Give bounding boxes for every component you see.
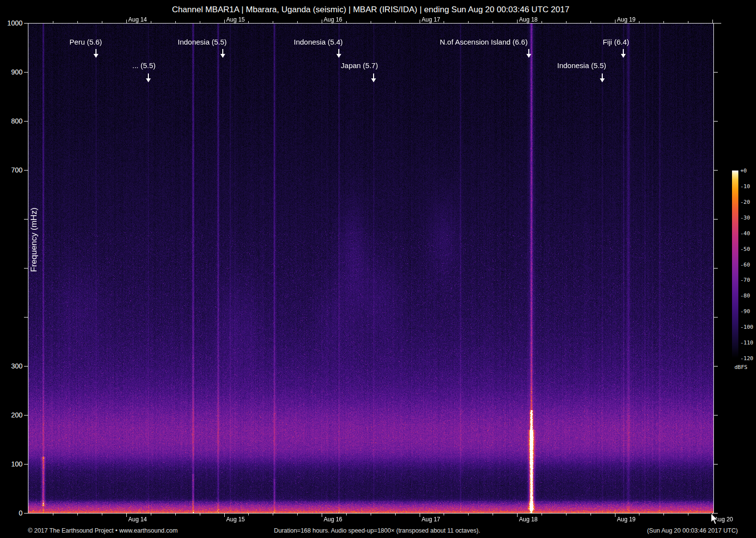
event-arrow-icon — [338, 49, 339, 54]
x-minor-tick-top — [468, 21, 469, 23]
colorbar-tick-label: -40 — [740, 230, 750, 237]
colorbar-tick-label: -30 — [740, 215, 750, 221]
x-minor-tick-bottom — [151, 514, 151, 515]
x-major-tick-bottom — [126, 514, 127, 517]
x-minor-tick-bottom — [200, 514, 200, 515]
x-minor-tick-top — [639, 21, 639, 23]
x-minor-tick-top — [542, 21, 542, 23]
x-minor-tick-bottom — [663, 514, 664, 515]
x-tick-label-bottom: Aug 14 — [128, 516, 147, 523]
footer-copyright: © 2017 The Earthsound Project • www.eart… — [28, 527, 178, 534]
x-minor-tick-bottom — [371, 514, 371, 515]
spectrogram-heatmap — [28, 23, 713, 513]
x-minor-tick-bottom — [297, 514, 298, 515]
event-annotation-label: Indonesia (5.5) — [557, 61, 606, 70]
y-tick-label: 0 — [2, 509, 23, 517]
event-annotation-label: N.of Ascension Island (6.6) — [440, 38, 527, 46]
x-axis-top-line — [28, 23, 721, 24]
event-annotation-label: ... (5.5) — [132, 61, 156, 70]
screenshot-root: Channel MBAR1A | Mbarara, Uganda (seismi… — [0, 0, 756, 538]
y-tick-left — [24, 121, 28, 122]
x-minor-tick-bottom — [53, 514, 53, 515]
x-minor-tick-bottom — [273, 514, 273, 515]
event-arrow-icon — [222, 49, 223, 54]
x-tick-label-top: Aug 17 — [422, 16, 440, 23]
colorbar-tick-label: -60 — [740, 262, 750, 268]
x-tick-label-bottom: Aug 19 — [617, 516, 636, 523]
x-minor-tick-top — [395, 21, 396, 23]
x-tick-label-bottom: Aug 15 — [226, 516, 245, 523]
event-arrow-head-icon — [600, 78, 605, 82]
y-tick-left — [24, 464, 28, 465]
x-major-tick-bottom — [322, 514, 322, 517]
x-minor-tick-bottom — [444, 514, 444, 515]
x-major-tick-top — [322, 20, 322, 23]
event-arrow-head-icon — [526, 54, 531, 58]
y-tick-left — [24, 170, 28, 171]
mouse-cursor-icon — [710, 513, 718, 525]
event-annotation-label: Peru (5.6) — [70, 38, 102, 46]
y-tick-right — [714, 317, 718, 318]
event-arrow-icon — [148, 73, 149, 78]
y-tick-left — [24, 317, 28, 318]
event-arrow-icon — [528, 49, 529, 54]
y-tick-left — [24, 366, 28, 367]
x-minor-tick-bottom — [639, 514, 639, 515]
y-tick-right — [714, 415, 718, 416]
y-tick-right — [714, 72, 718, 73]
x-minor-tick-top — [346, 21, 347, 23]
x-minor-tick-top — [688, 21, 688, 23]
y-tick-left — [24, 513, 28, 514]
x-minor-tick-top — [591, 21, 591, 23]
x-tick-label-bottom: Aug 17 — [422, 516, 440, 523]
y-axis-label: Frequency (mHz) — [29, 208, 39, 272]
colorbar-tick-label: -10 — [740, 183, 750, 190]
colorbar-tick-label: -50 — [740, 246, 750, 252]
x-minor-tick-top — [444, 21, 444, 23]
x-minor-tick-top — [53, 21, 53, 23]
colorbar-tick-label: -70 — [740, 277, 750, 283]
footer-duration: Duration=168 hours. Audio speed-up=1800×… — [274, 527, 480, 534]
colorbar-tick-label: -120 — [740, 355, 754, 362]
x-tick-label-bottom: Aug 18 — [519, 516, 538, 523]
y-tick-label: 900 — [2, 68, 23, 76]
y-tick-label: 200 — [2, 411, 23, 419]
x-tick-label-top: Aug 16 — [324, 16, 342, 23]
y-tick-right — [714, 366, 718, 367]
x-minor-tick-top — [297, 21, 298, 23]
y-tick-right — [714, 121, 718, 122]
colorbar-gradient — [732, 171, 738, 358]
x-major-tick-top — [126, 20, 127, 23]
colorbar-unit-label: dBFS — [734, 364, 748, 370]
x-tick-label-top: Aug 14 — [128, 16, 147, 23]
event-arrow-head-icon — [621, 54, 626, 58]
x-minor-tick-bottom — [395, 514, 396, 515]
y-tick-label: 800 — [2, 117, 23, 125]
x-minor-tick-top — [200, 21, 200, 23]
x-minor-tick-top — [248, 21, 249, 23]
colorbar-tick-label: +0 — [740, 168, 747, 174]
x-minor-tick-bottom — [688, 514, 688, 515]
x-minor-tick-bottom — [175, 514, 176, 515]
x-major-tick-top — [517, 20, 518, 23]
y-tick-right — [714, 23, 718, 24]
footer-timestamp: (Sun Aug 20 00:03:46 2017 UTC) — [647, 527, 738, 534]
event-arrow-head-icon — [220, 54, 225, 58]
x-minor-tick-bottom — [102, 514, 102, 515]
x-minor-tick-bottom — [248, 514, 249, 515]
x-minor-tick-bottom — [468, 514, 469, 515]
x-tick-label-top: Aug 15 — [226, 16, 245, 23]
x-minor-tick-top — [566, 21, 567, 23]
x-minor-tick-bottom — [566, 514, 567, 515]
y-tick-label: 1000 — [2, 19, 23, 27]
event-annotation-label: Fiji (6.4) — [603, 38, 629, 46]
x-major-tick-top — [615, 20, 615, 23]
x-minor-tick-top — [493, 21, 493, 23]
event-arrow-head-icon — [146, 78, 151, 82]
x-minor-tick-top — [273, 21, 273, 23]
event-annotation-label: Indonesia (5.5) — [178, 38, 227, 46]
x-major-tick-top — [420, 20, 420, 23]
x-minor-tick-top — [175, 21, 176, 23]
event-arrow-icon — [373, 73, 374, 78]
x-minor-tick-top — [663, 21, 664, 23]
